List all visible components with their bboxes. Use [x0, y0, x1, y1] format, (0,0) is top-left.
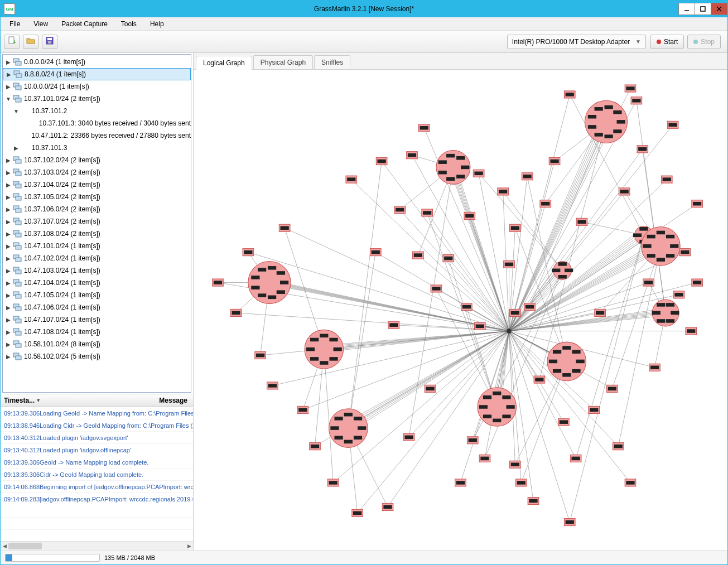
- svg-rect-284: [562, 346, 571, 350]
- expander-icon[interactable]: ▶: [5, 292, 12, 298]
- tree-row[interactable]: ▶10.47.104.0/24 (1 item[s]): [3, 277, 191, 289]
- maximize-button[interactable]: [695, 3, 711, 15]
- tree-row[interactable]: ▶10.47.107.0/24 (1 item[s]): [3, 313, 191, 326]
- expander-icon[interactable]: ▶: [5, 59, 12, 65]
- svg-rect-253: [344, 413, 353, 417]
- svg-rect-440: [693, 281, 701, 284]
- log-row[interactable]: 09:13:39.306Cidr -> GeoId Mapping load c…: [1, 469, 193, 481]
- expander-icon[interactable]: ▶: [5, 317, 12, 323]
- svg-rect-300: [639, 227, 648, 231]
- scroll-left-icon[interactable]: ◀: [1, 542, 8, 550]
- col-message[interactable]: Message: [40, 397, 193, 404]
- tree-row[interactable]: ▶10.37.102.0/24 (2 item[s]): [3, 154, 191, 166]
- expander-icon[interactable]: ▶: [5, 194, 12, 200]
- log-row[interactable]: 09:13:39.306GeoId -> Name Mapping load c…: [1, 456, 193, 469]
- tree-row[interactable]: 10.37.101.3: 3040 bytes received / 3040 …: [3, 117, 191, 129]
- menu-view[interactable]: View: [27, 19, 55, 29]
- tree-row[interactable]: ▶10.47.108.0/24 (1 item[s]): [3, 326, 191, 338]
- log-row: [1, 530, 193, 541]
- svg-rect-259: [438, 171, 447, 175]
- stop-button[interactable]: Stop: [687, 35, 721, 49]
- expander-icon[interactable]: ▼: [13, 108, 20, 114]
- svg-rect-410: [608, 387, 616, 391]
- tab-logical-graph[interactable]: Logical Graph: [196, 56, 252, 70]
- log-row[interactable]: 09:13:39.306Loading GeoId -> Name Mappin…: [1, 407, 193, 419]
- minimize-button[interactable]: [678, 3, 695, 15]
- tree-row[interactable]: ▶10.47.105.0/24 (1 item[s]): [3, 289, 191, 301]
- title-bar[interactable]: GM GrassMarlin 3.2.1 [New Session]*: [1, 1, 727, 17]
- log-row[interactable]: 09:13:38.946Loading Cidr -> GeoId Mappin…: [1, 419, 193, 432]
- tree-row[interactable]: 10.47.101.2: 23366 bytes received / 2788…: [3, 129, 191, 142]
- expander-icon[interactable]: ▶: [5, 354, 12, 360]
- tree-row[interactable]: ▶10.37.101.3: [3, 142, 191, 154]
- tree-row[interactable]: ▶10.58.102.0/24 (5 item[s]): [3, 350, 191, 363]
- adapter-dropdown[interactable]: Intel(R) PRO/1000 MT Desktop Adapter ▼: [507, 35, 646, 49]
- expander-icon[interactable]: ▶: [5, 268, 12, 274]
- tab-physical-graph[interactable]: Physical Graph: [253, 55, 313, 69]
- tree-row[interactable]: ▶10.47.101.0/24 (1 item[s]): [3, 240, 191, 252]
- tree-row[interactable]: ▶10.37.103.0/24 (2 item[s]): [3, 166, 191, 178]
- expander-icon[interactable]: ▶: [5, 170, 12, 176]
- log-row[interactable]: 09:13:40.312Loaded plugin 'iadgov.offlin…: [1, 444, 193, 456]
- expander-icon[interactable]: ▶: [5, 219, 12, 225]
- tree-row[interactable]: ▶10.37.107.0/24 (2 item[s]): [3, 215, 191, 228]
- tree-row[interactable]: ▼10.37.101.0/24 (2 item[s]): [3, 93, 191, 105]
- tree-row[interactable]: ▶10.47.102.0/24 (1 item[s]): [3, 252, 191, 264]
- start-button[interactable]: Start: [650, 35, 684, 49]
- log-row[interactable]: 09:13:40.312Loaded plugin 'iadgov.svgexp…: [1, 432, 193, 444]
- save-button[interactable]: [42, 35, 57, 49]
- expander-icon[interactable]: ▶: [5, 243, 12, 249]
- scroll-right-icon[interactable]: ▶: [185, 542, 193, 550]
- svg-line-143: [479, 173, 509, 331]
- logical-graph-canvas[interactable]: [194, 70, 727, 550]
- expander-icon[interactable]: ▶: [5, 157, 12, 163]
- expander-icon[interactable]: ▶: [5, 231, 12, 237]
- scroll-thumb[interactable]: [8, 543, 42, 549]
- tree-row[interactable]: ▶10.47.106.0/24 (1 item[s]): [3, 301, 191, 313]
- svg-rect-311: [671, 311, 679, 315]
- expander-icon[interactable]: ▶: [5, 182, 12, 188]
- network-icon: [13, 192, 22, 201]
- close-button[interactable]: [711, 3, 727, 15]
- expander-icon[interactable]: ▶: [6, 71, 12, 78]
- menu-tools[interactable]: Tools: [114, 19, 143, 29]
- open-button[interactable]: [23, 35, 38, 49]
- expander-icon[interactable]: ▶: [5, 280, 12, 286]
- svg-rect-402: [572, 457, 580, 461]
- expander-icon[interactable]: ▶: [13, 145, 20, 151]
- svg-rect-416: [626, 86, 634, 90]
- tree-row[interactable]: ▶10.0.0.0/24 (1 item[s]): [3, 80, 191, 93]
- tree-row[interactable]: ▶8.8.8.0/24 (1 item[s]): [3, 68, 191, 80]
- network-tree[interactable]: ▶0.0.0.0/24 (1 item[s])▶8.8.8.0/24 (1 it…: [2, 54, 191, 393]
- expander-icon[interactable]: ▶: [5, 341, 12, 347]
- menu-help[interactable]: Help: [143, 19, 171, 29]
- menu-packet-capture[interactable]: Packet Capture: [55, 19, 114, 29]
- tree-row[interactable]: ▶0.0.0.0/24 (1 item[s]): [3, 56, 191, 68]
- log-row[interactable]: 09:14:06.868Beginning import of [iadgov.…: [1, 481, 193, 493]
- horizontal-scrollbar[interactable]: ◀ ▶: [1, 541, 193, 550]
- tree-row[interactable]: ▶10.37.106.0/24 (2 item[s]): [3, 203, 191, 215]
- toolbar: + Intel(R) PRO/1000 MT Desktop Adapter ▼…: [1, 31, 727, 53]
- expander-icon[interactable]: ▶: [5, 206, 12, 213]
- expander-icon[interactable]: ▶: [5, 84, 12, 90]
- log-panel[interactable]: 09:13:39.306Loading GeoId -> Name Mappin…: [1, 407, 193, 541]
- col-timestamp[interactable]: Timesta...▼: [1, 397, 40, 404]
- svg-rect-48: [16, 344, 21, 347]
- tree-row[interactable]: ▶10.37.108.0/24 (2 item[s]): [3, 228, 191, 240]
- svg-rect-306: [643, 244, 651, 248]
- tab-sniffles[interactable]: Sniffles: [314, 55, 350, 69]
- tree-row[interactable]: ▶10.47.103.0/24 (1 item[s]): [3, 264, 191, 277]
- expander-icon[interactable]: ▶: [5, 305, 12, 311]
- expander-icon[interactable]: ▶: [5, 329, 12, 335]
- new-session-button[interactable]: +: [4, 35, 20, 49]
- menu-file[interactable]: File: [3, 19, 27, 29]
- tree-label: 10.37.101.0/24 (2 item[s]): [24, 95, 100, 103]
- expander-icon[interactable]: ▶: [5, 255, 12, 262]
- tree-row[interactable]: ▼10.37.101.2: [3, 105, 191, 117]
- tree-row[interactable]: ▶10.37.104.0/24 (2 item[s]): [3, 178, 191, 191]
- log-row[interactable]: 09:14:09.283[iadgov.offlinepcap.PCAPImpo…: [1, 493, 193, 505]
- tree-row[interactable]: ▶10.58.101.0/24 (8 item[s]): [3, 338, 191, 350]
- window-title: GrassMarlin 3.2.1 [New Session]*: [314, 5, 414, 13]
- tree-row[interactable]: ▶10.37.105.0/24 (2 item[s]): [3, 191, 191, 203]
- expander-icon[interactable]: ▼: [5, 96, 12, 102]
